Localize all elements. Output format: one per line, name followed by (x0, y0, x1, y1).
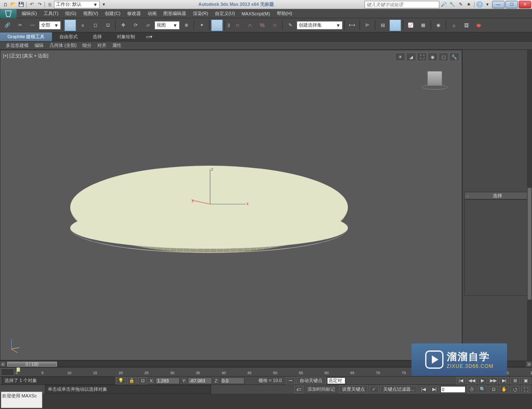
maximize-button[interactable]: ☐ (505, 1, 518, 8)
timeline-next-icon[interactable]: > (526, 361, 532, 367)
rotate-icon[interactable]: ⟳ (130, 20, 141, 31)
key-filters-button[interactable]: 关键点过滤器... (380, 385, 417, 393)
menu-animation[interactable]: 动画 (144, 10, 160, 17)
add-time-tag-label[interactable]: 添加时间标记 (305, 386, 337, 392)
viewcube[interactable] (420, 67, 449, 96)
set-key-icon[interactable]: ✓ (369, 386, 379, 393)
menu-edit[interactable]: 编辑(E) (18, 10, 40, 17)
next-frame-icon[interactable]: ▶▶ (489, 377, 498, 385)
pivot-center-icon[interactable]: ⊕ (180, 20, 192, 31)
viewport[interactable]: [+] [正交] [真实 + 边面] ☀ ◢ ⛶ ◉ ▢ 🔧 z x y (0, 50, 462, 360)
tab-graphite[interactable]: Graphite 建模工具 (0, 32, 52, 41)
panel-properties[interactable]: 属性 (110, 42, 124, 49)
select-link-icon[interactable]: 🔗 (2, 20, 13, 31)
set-key-button[interactable]: 设置关键点 (339, 385, 368, 393)
vp-zoom-icon[interactable]: 🔍 (478, 386, 487, 393)
coord-z-input[interactable] (220, 377, 244, 384)
align-icon[interactable]: ⊫ (362, 20, 373, 31)
panel-align[interactable]: 对齐 (95, 42, 109, 49)
curve-editor-icon[interactable]: 📈 (405, 20, 416, 31)
viewport-label[interactable]: [+] [正交] [真实 + 边面] (3, 53, 48, 59)
timeline-prev-icon[interactable]: < (0, 361, 6, 367)
select-manipulate-icon[interactable]: ✦ (196, 20, 207, 31)
select-object-icon[interactable]: ▣ (64, 20, 76, 31)
named-selection-dropdown[interactable]: 创建选择集▼ (297, 21, 342, 29)
play-icon[interactable]: ▶ (478, 377, 487, 385)
shade-safe-icon[interactable]: ▢ (438, 53, 448, 61)
coord-y-input[interactable] (188, 377, 212, 384)
help-icon[interactable]: ? (476, 1, 483, 8)
rollout-selection-header[interactable]: - 选择 (464, 192, 530, 199)
undo-icon[interactable]: ↶ (28, 1, 35, 8)
move-icon[interactable]: ✥ (117, 20, 129, 31)
menu-views[interactable]: 视图(V) (80, 10, 102, 17)
selection-lock-icon[interactable]: 🔒 (127, 377, 136, 385)
minimize-button[interactable]: — (492, 1, 505, 8)
percent-snap-icon[interactable]: % (256, 20, 268, 31)
selection-filter-dropdown[interactable]: 全部▼ (39, 21, 61, 29)
save-file-icon[interactable]: 💾 (17, 1, 25, 8)
prev-frame-icon[interactable]: ◀◀ (467, 377, 476, 385)
shade-edged-icon[interactable]: ◢ (406, 53, 416, 61)
menu-group[interactable]: 组(G) (62, 10, 80, 17)
panel-edit[interactable]: 编辑 (32, 42, 46, 49)
angle-snap2-icon[interactable]: ∩ (244, 20, 256, 31)
new-file-icon[interactable]: 🗋 (2, 1, 9, 8)
shade-light-icon[interactable]: ☀ (395, 53, 405, 61)
scale-icon[interactable]: ▱ (142, 20, 154, 31)
viewport-nav2-icon[interactable]: ▣ (521, 377, 530, 385)
select-region-icon[interactable]: ◻ (89, 20, 101, 31)
vp-pan-icon[interactable]: ✋ (500, 386, 509, 393)
render-icon[interactable]: 🫖 (473, 20, 485, 31)
menu-modifiers[interactable]: 修改器 (124, 10, 144, 17)
menu-help[interactable]: 帮助(H) (273, 10, 296, 17)
menu-tools[interactable]: 工具(T) (40, 10, 62, 17)
render-setup-icon[interactable]: ☼ (448, 20, 460, 31)
command-panel-scrollbar[interactable] (527, 50, 532, 360)
help-dropdown-icon[interactable]: ▾ (484, 1, 491, 8)
communication-icon[interactable]: ✎ (457, 1, 464, 8)
menu-render[interactable]: 渲染(R) (190, 10, 212, 17)
viewport-nav1-icon[interactable]: ⊞ (510, 377, 520, 385)
tab-object-paint[interactable]: 对象绘制 (109, 32, 143, 41)
time-slider-thumb[interactable]: 0 / 100 (7, 362, 57, 367)
panel-subdivision[interactable]: 细分 (80, 42, 94, 49)
goto-start-icon[interactable]: |◀ (456, 377, 466, 385)
vp-max-toggle-icon[interactable]: ⛶ (521, 386, 530, 393)
coord-x-input[interactable] (155, 377, 180, 384)
redo-icon[interactable]: ↷ (36, 1, 43, 8)
subscription-icon[interactable]: 🔎 (440, 1, 448, 8)
time-tag-icon[interactable]: 🏷 (294, 386, 303, 393)
keyboard-shortcut-icon[interactable]: ⌨ (211, 20, 223, 31)
unlink-icon[interactable]: ✂ (14, 20, 26, 31)
time-config-icon[interactable]: ⏱ (467, 386, 476, 393)
mirror-icon[interactable]: ⟷ (346, 20, 358, 31)
menu-maxscript[interactable]: MAXScript(M) (238, 10, 273, 17)
select-by-name-icon[interactable]: ≡ (77, 20, 89, 31)
link-icon[interactable]: ⎘ (46, 1, 54, 8)
exchange-icon[interactable]: 🔧 (448, 1, 456, 8)
workspace-options-icon[interactable]: ▾ (100, 1, 108, 8)
scene-object-cylinder-top[interactable] (70, 166, 348, 249)
spinner-snap-icon[interactable]: ∩ (269, 20, 281, 31)
application-menu-button[interactable] (0, 9, 17, 18)
key-step-icon[interactable]: ▶| (430, 386, 439, 393)
vp-zoom-all-icon[interactable]: ⊡ (489, 386, 498, 393)
window-crossing-icon[interactable]: ⊡ (102, 20, 113, 31)
workspace-dropdown[interactable]: 工作台: 默认 ▼ (54, 1, 100, 8)
search-input[interactable] (365, 1, 439, 8)
key-mode-toggle-icon[interactable]: |◀ (419, 386, 428, 393)
shade-xview-icon[interactable]: ⛶ (417, 53, 427, 61)
maxscript-listener[interactable]: 欢迎使用 MAXSc (1, 392, 42, 408)
rendered-frame-icon[interactable]: 🖼 (461, 20, 472, 31)
menu-graph[interactable]: 图形编辑器 (160, 10, 190, 17)
shade-frame-icon[interactable]: ◉ (428, 53, 438, 61)
vp-orbit-icon[interactable]: ⭯ (510, 386, 520, 393)
isolate-selection-icon[interactable]: ⊡ (138, 377, 147, 385)
layers-icon[interactable]: ▤ (377, 20, 389, 31)
ribbon-minimize-icon[interactable]: ▭▾ (143, 33, 156, 40)
current-frame-input[interactable] (441, 386, 466, 393)
trackbar-toggle-icon[interactable] (1, 368, 14, 376)
material-editor-icon[interactable]: ◉ (433, 20, 444, 31)
key-mode-icon[interactable]: ⊸ (286, 377, 295, 385)
